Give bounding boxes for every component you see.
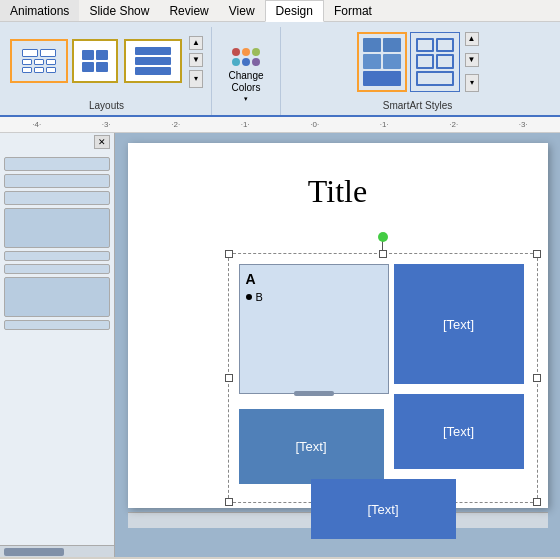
panel-item-5 [4,251,110,261]
handle-bl[interactable] [225,498,233,506]
smartart-inner-2 [416,38,454,86]
menu-view[interactable]: View [219,0,265,21]
panel-item-8 [4,320,110,330]
slide-area: Title A B [115,133,560,557]
smartart-styles-content: ▲ ▼ ▾ [357,27,479,96]
bullet-b: B [246,291,382,303]
smartart-box-3[interactable]: [Text] [394,394,524,469]
close-panel-button[interactable]: ✕ [94,135,110,149]
layout-item-3[interactable] [124,39,182,83]
dot-blue [242,58,250,66]
main-content: ✕ Title [0,133,560,557]
smartart-scroll: ▲ ▼ ▾ [465,32,479,92]
dot-green [252,48,260,56]
smartart-box-2[interactable]: [Text] [239,409,384,484]
left-panel-scrollbar[interactable] [0,545,114,557]
bullet-b-text: B [256,291,263,303]
dot-red [232,48,240,56]
menu-bar: Animations Slide Show Review View Design… [0,0,560,22]
layouts-group: ▲ ▼ ▾ Layouts [6,27,212,115]
panel-item-4 [4,208,110,248]
handle-tl[interactable] [225,250,233,258]
change-colors-button[interactable]: ChangeColors ▾ [220,39,272,111]
dot-orange [242,48,250,56]
layout-item-2[interactable] [72,39,118,83]
resize-handle-bottom[interactable] [294,391,334,396]
menu-slideshow[interactable]: Slide Show [79,0,159,21]
menu-format[interactable]: Format [324,0,382,21]
layouts-label: Layouts [89,100,124,111]
text-a-label: A [246,271,382,287]
handle-tm[interactable] [379,250,387,258]
smartart-scroll-down[interactable]: ▼ [465,53,479,67]
smartart-inner-1 [363,38,401,86]
dot-teal [232,58,240,66]
layout-item-1[interactable] [10,39,68,83]
smartart-container[interactable]: A B [Text] [Text] [Text] [228,253,538,503]
color-dots [232,48,260,66]
bullet-dot [246,294,252,300]
layouts-scrollbar: ▲ ▼ ▾ [189,36,203,88]
change-colors-group: ChangeColors ▾ [216,27,281,115]
handle-ml[interactable] [225,374,233,382]
scroll-more[interactable]: ▾ [189,70,203,88]
ruler-content: ·4··3··2··1··0··1··2··3· [2,120,558,129]
panel-item-6 [4,264,110,274]
panel-item-1 [4,157,110,171]
menu-animations[interactable]: Animations [0,0,79,21]
scrollbar-thumb [4,548,64,556]
scroll-down[interactable]: ▼ [189,53,203,67]
layouts-content: ▲ ▼ ▾ [10,27,203,96]
slide[interactable]: Title A B [128,143,548,508]
smartart-style-1[interactable] [357,32,407,92]
ribbon: ▲ ▼ ▾ Layouts ChangeColors ▾ [0,22,560,117]
smartart-scroll-up[interactable]: ▲ [465,32,479,46]
smartart-styles-label: SmartArt Styles [383,100,452,111]
slide-title[interactable]: Title [128,173,548,210]
change-colors-label: ChangeColors [228,70,263,94]
smartart-styles-group: ▲ ▼ ▾ SmartArt Styles [285,27,554,115]
ruler: ·4··3··2··1··0··1··2··3· [0,117,560,133]
text-box-a[interactable]: A B [239,264,389,394]
smartart-box-4[interactable]: [Text] [311,479,456,539]
smartart-scroll-more[interactable]: ▾ [465,74,479,92]
layouts-grid [10,39,184,85]
panel-item-3 [4,191,110,205]
change-colors-dropdown-arrow: ▾ [244,95,248,103]
handle-mr[interactable] [533,374,541,382]
menu-review[interactable]: Review [159,0,218,21]
left-panel-items [0,153,114,334]
smartart-box-1[interactable]: [Text] [394,264,524,384]
rotation-handle[interactable] [378,232,388,242]
left-panel: ✕ [0,133,115,557]
panel-item-7 [4,277,110,317]
handle-br[interactable] [533,498,541,506]
smartart-style-2[interactable] [410,32,460,92]
dot-purple [252,58,260,66]
menu-design[interactable]: Design [265,0,324,22]
handle-tr[interactable] [533,250,541,258]
panel-item-2 [4,174,110,188]
scroll-up[interactable]: ▲ [189,36,203,50]
